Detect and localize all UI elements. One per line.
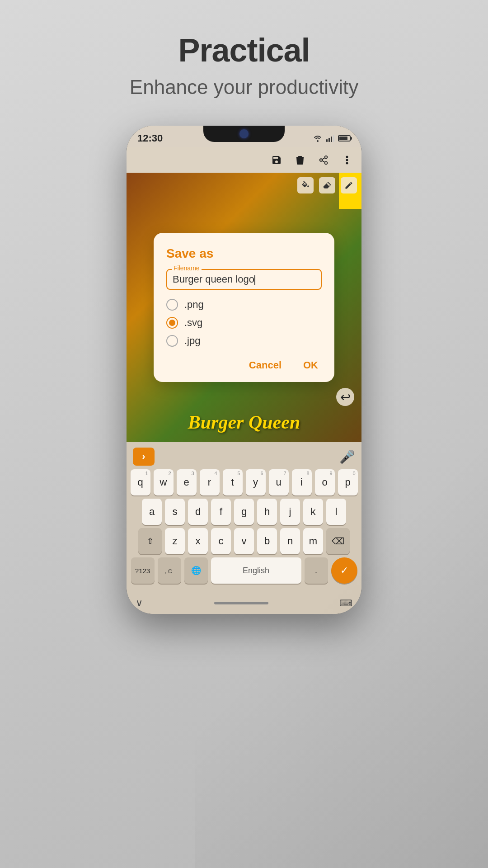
keyboard-top-row: › 🎤 [129, 446, 359, 469]
page-title: Practical [178, 32, 310, 69]
key-x[interactable]: x [188, 528, 208, 554]
key-l[interactable]: l [326, 499, 346, 525]
keyboard-row-1: q1 w2 e3 r4 t5 y6 u7 i8 o9 p0 [129, 469, 359, 495]
key-r[interactable]: r4 [200, 469, 220, 495]
key-i[interactable]: i8 [292, 469, 312, 495]
key-a[interactable]: a [142, 499, 162, 525]
globe-key[interactable]: 🌐 [184, 557, 208, 584]
keyboard-row-3: ⇧ z x c v b n m ⌫ [129, 528, 359, 554]
key-d[interactable]: d [188, 499, 208, 525]
svg-point-8 [346, 156, 348, 158]
page-subtitle: Enhance your productivity [130, 76, 358, 99]
svg-radio-inner [169, 320, 175, 326]
png-radio-circle [166, 299, 178, 311]
dialog-actions: Cancel OK [166, 358, 322, 373]
keyboard-icon[interactable]: ⌨ [339, 598, 352, 609]
svg-point-9 [346, 159, 348, 161]
wifi-icon [313, 135, 323, 142]
key-t[interactable]: t5 [223, 469, 243, 495]
phone-notch [203, 126, 285, 142]
cancel-button[interactable]: Cancel [245, 358, 285, 373]
front-camera [239, 129, 249, 138]
format-svg-option[interactable]: .svg [166, 317, 322, 329]
keyboard-row-2: a s d f g h j k l [129, 499, 359, 525]
keyboard: › 🎤 q1 w2 e3 r4 t5 y6 u7 i8 o9 p0 a s d [127, 442, 361, 592]
period-key[interactable]: . [305, 557, 328, 584]
more-options-button[interactable] [340, 153, 354, 167]
key-z[interactable]: z [165, 528, 185, 554]
comma-emoji-key[interactable]: ,☺ [158, 557, 181, 584]
phone-bottom-bar: ∨ ⌨ [127, 592, 361, 614]
key-y[interactable]: y6 [246, 469, 266, 495]
svg-point-0 [317, 140, 319, 142]
save-button[interactable] [269, 153, 284, 167]
key-m[interactable]: m [303, 528, 323, 554]
key-s[interactable]: s [165, 499, 185, 525]
png-label: .png [184, 299, 204, 311]
key-u[interactable]: u7 [269, 469, 289, 495]
format-png-option[interactable]: .png [166, 299, 322, 311]
enter-key[interactable]: ✓ [331, 557, 357, 584]
phone-frame: 12:30 [127, 126, 361, 614]
space-key[interactable]: English [211, 557, 301, 584]
home-bar[interactable] [214, 602, 268, 604]
svg-point-3 [325, 156, 328, 159]
key-f[interactable]: f [211, 499, 231, 525]
key-e[interactable]: e3 [177, 469, 197, 495]
keyboard-row-4: ?123 ,☺ 🌐 English . ✓ [129, 557, 359, 584]
key-n[interactable]: n [280, 528, 300, 554]
phone-screen: 12:30 [127, 126, 361, 614]
svg-point-10 [346, 162, 348, 165]
key-h[interactable]: h [257, 499, 277, 525]
signal-icon [326, 135, 334, 142]
canvas-area: ↩ Burger Queen Save as Filename Burger q… [127, 173, 361, 442]
key-b[interactable]: b [257, 528, 277, 554]
delete-button[interactable] [293, 153, 307, 167]
keyboard-expand-button[interactable]: › [133, 448, 155, 466]
jpg-radio-circle [166, 335, 178, 347]
text-cursor [254, 275, 255, 285]
svg-rect-2 [298, 156, 302, 157]
filename-input[interactable]: Filename Burger queen logo [166, 269, 322, 290]
jpg-label: .jpg [184, 335, 200, 347]
save-as-dialog: Save as Filename Burger queen logo .png [154, 233, 334, 382]
svg-line-6 [322, 160, 325, 162]
backspace-key[interactable]: ⌫ [326, 528, 350, 554]
ok-button[interactable]: OK [300, 358, 322, 373]
format-radio-group: .png .svg .jpg [166, 299, 322, 347]
filename-value: Burger queen logo [173, 274, 254, 285]
key-w[interactable]: w2 [154, 469, 174, 495]
numeric-key[interactable]: ?123 [131, 557, 155, 584]
key-c[interactable]: c [211, 528, 231, 554]
nav-back-icon[interactable]: ∨ [136, 597, 143, 609]
svg-point-5 [325, 162, 328, 165]
app-toolbar [127, 147, 361, 173]
svg-point-4 [320, 159, 323, 161]
status-time: 12:30 [137, 132, 163, 144]
dialog-title: Save as [166, 246, 322, 261]
key-o[interactable]: o9 [315, 469, 335, 495]
dialog-overlay: Save as Filename Burger queen logo .png [127, 173, 361, 442]
key-q[interactable]: q1 [131, 469, 150, 495]
svg-line-7 [322, 158, 325, 160]
svg-radio-circle [166, 317, 178, 329]
key-j[interactable]: j [280, 499, 300, 525]
shift-key[interactable]: ⇧ [138, 528, 162, 554]
key-p[interactable]: p0 [338, 469, 358, 495]
share-button[interactable] [316, 153, 331, 167]
microphone-icon[interactable]: 🎤 [339, 449, 355, 464]
key-g[interactable]: g [234, 499, 254, 525]
status-icons [313, 135, 351, 142]
filename-label: Filename [172, 264, 202, 272]
battery-icon [338, 135, 351, 142]
key-k[interactable]: k [303, 499, 323, 525]
key-v[interactable]: v [234, 528, 254, 554]
svg-label: .svg [184, 317, 202, 329]
format-jpg-option[interactable]: .jpg [166, 335, 322, 347]
